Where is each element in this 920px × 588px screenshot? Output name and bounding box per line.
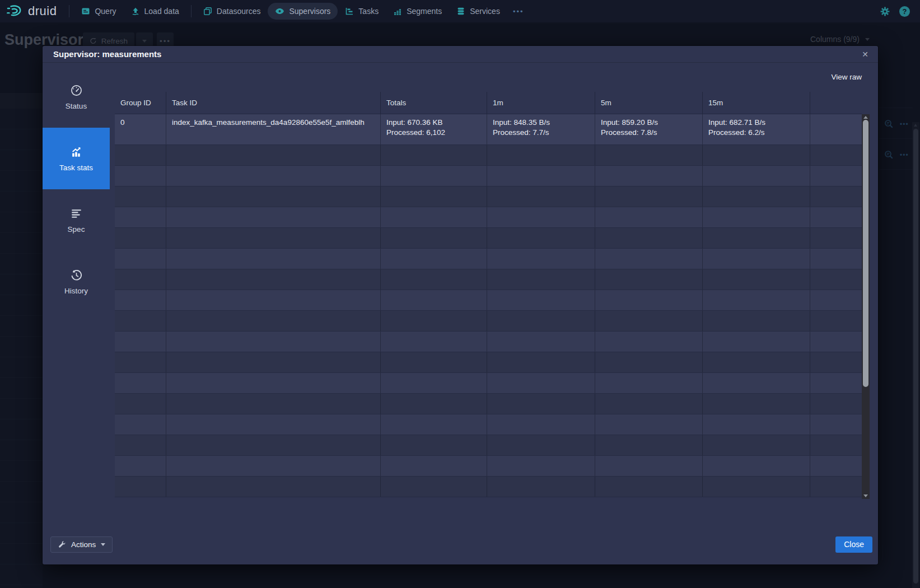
- table-body: [115, 145, 862, 497]
- scroll-down-icon[interactable]: [863, 494, 868, 497]
- empty-cell: [115, 290, 166, 310]
- table-row: [115, 394, 862, 414]
- empty-cell: [487, 145, 595, 165]
- empty-cell: [381, 394, 487, 414]
- empty-cell: [595, 414, 703, 435]
- empty-cell: [810, 249, 862, 269]
- empty-cell: [703, 228, 810, 248]
- tab-spec[interactable]: Spec: [43, 189, 110, 251]
- dialog-side-tabs: Status Task stats: [43, 63, 110, 532]
- empty-cell: [115, 186, 166, 207]
- table-row: [115, 373, 862, 394]
- close-icon[interactable]: ✕: [859, 48, 871, 60]
- empty-cell: [381, 228, 487, 248]
- empty-cell: [595, 332, 703, 352]
- empty-cell: [810, 311, 862, 331]
- bar-chart-icon: [393, 7, 402, 16]
- dialog-header: Supervisor: measurements ✕: [43, 46, 878, 63]
- m1-processed: Processed: 7.7/s: [493, 128, 590, 138]
- column-header-group-id[interactable]: Group ID: [115, 92, 166, 114]
- totals-input: Input: 670.36 KB: [386, 118, 482, 128]
- table-row: [115, 166, 862, 186]
- cell-5m: Input: 859.20 B/s Processed: 7.8/s: [595, 114, 703, 144]
- m5-input: Input: 859.20 B/s: [601, 118, 698, 128]
- chart-icon: [70, 146, 83, 158]
- table-scrollbar[interactable]: [862, 114, 870, 499]
- empty-cell: [115, 145, 166, 165]
- tab-task-stats[interactable]: Task stats: [43, 128, 110, 189]
- gantt-icon: [345, 7, 354, 16]
- scroll-up-icon[interactable]: [863, 116, 868, 119]
- empty-cell: [810, 145, 862, 165]
- tab-label: Task stats: [59, 164, 93, 172]
- empty-cell: [381, 269, 487, 290]
- empty-cell: [595, 228, 703, 248]
- table-row: [115, 186, 862, 207]
- empty-cell: [381, 145, 487, 165]
- column-header-5m[interactable]: 5m: [595, 92, 703, 114]
- column-header-task-id[interactable]: Task ID: [166, 92, 381, 114]
- empty-cell: [166, 477, 381, 497]
- empty-cell: [115, 166, 166, 186]
- nav-item-tasks[interactable]: Tasks: [338, 3, 386, 20]
- empty-cell: [595, 186, 703, 207]
- empty-cell: [487, 249, 595, 269]
- actions-button[interactable]: Actions: [50, 536, 113, 553]
- eye-icon: [275, 7, 284, 16]
- empty-cell: [166, 373, 381, 393]
- empty-cell: [595, 435, 703, 455]
- cell-spacer: [810, 114, 862, 144]
- empty-cell: [381, 332, 487, 352]
- cell-task-id: index_kafka_measurements_da4a92860e55e5f…: [166, 114, 381, 144]
- empty-cell: [595, 373, 703, 393]
- nav-item-label: Supervisors: [289, 7, 330, 16]
- totals-processed: Processed: 6,102: [386, 128, 482, 138]
- nav-item-datasources[interactable]: Datasources: [196, 3, 268, 20]
- nav-item-query[interactable]: Query: [74, 3, 123, 20]
- empty-cell: [115, 477, 166, 497]
- dialog-footer: Actions Close: [43, 532, 878, 564]
- view-raw-link[interactable]: View raw: [831, 73, 862, 81]
- table-row: [115, 414, 862, 435]
- table-row: [115, 249, 862, 269]
- table-scrollbar-thumb[interactable]: [863, 120, 868, 387]
- cell-totals: Input: 670.36 KB Processed: 6,102: [381, 114, 487, 144]
- close-button[interactable]: Close: [835, 536, 872, 553]
- dialog-title: Supervisor: measurements: [43, 49, 161, 59]
- empty-cell: [381, 373, 487, 393]
- empty-cell: [703, 394, 810, 414]
- empty-cell: [810, 394, 862, 414]
- task-stats-table: Group ID Task ID Totals 1m 5m 15m 0 inde…: [115, 92, 862, 497]
- empty-cell: [810, 414, 862, 435]
- column-header-1m[interactable]: 1m: [487, 92, 595, 114]
- empty-cell: [115, 394, 166, 414]
- nav-more-button[interactable]: •••: [507, 7, 530, 16]
- empty-cell: [703, 269, 810, 290]
- help-icon[interactable]: ?: [899, 6, 910, 17]
- empty-cell: [166, 311, 381, 331]
- empty-cell: [703, 145, 810, 165]
- nav-item-supervisors[interactable]: Supervisors: [268, 3, 338, 20]
- empty-cell: [381, 352, 487, 372]
- empty-cell: [595, 249, 703, 269]
- empty-cell: [381, 311, 487, 331]
- druid-brand[interactable]: druid: [0, 4, 64, 18]
- tab-history[interactable]: History: [43, 251, 110, 312]
- empty-cell: [166, 186, 381, 207]
- gear-icon[interactable]: [880, 6, 890, 17]
- table-row: 0 index_kafka_measurements_da4a92860e55e…: [115, 114, 862, 145]
- nav-item-services[interactable]: Services: [449, 3, 507, 20]
- column-header-15m[interactable]: 15m: [703, 92, 810, 114]
- nav-item-load-data[interactable]: Load data: [124, 3, 186, 20]
- empty-cell: [703, 207, 810, 227]
- empty-cell: [595, 477, 703, 497]
- column-header-totals[interactable]: Totals: [381, 92, 487, 114]
- m15-input: Input: 682.71 B/s: [708, 118, 805, 128]
- nav-item-segments[interactable]: Segments: [386, 3, 449, 20]
- empty-cell: [595, 352, 703, 372]
- table-row: [115, 352, 862, 373]
- tab-status[interactable]: Status: [43, 66, 110, 128]
- empty-cell: [381, 249, 487, 269]
- empty-cell: [166, 332, 381, 352]
- empty-cell: [487, 435, 595, 455]
